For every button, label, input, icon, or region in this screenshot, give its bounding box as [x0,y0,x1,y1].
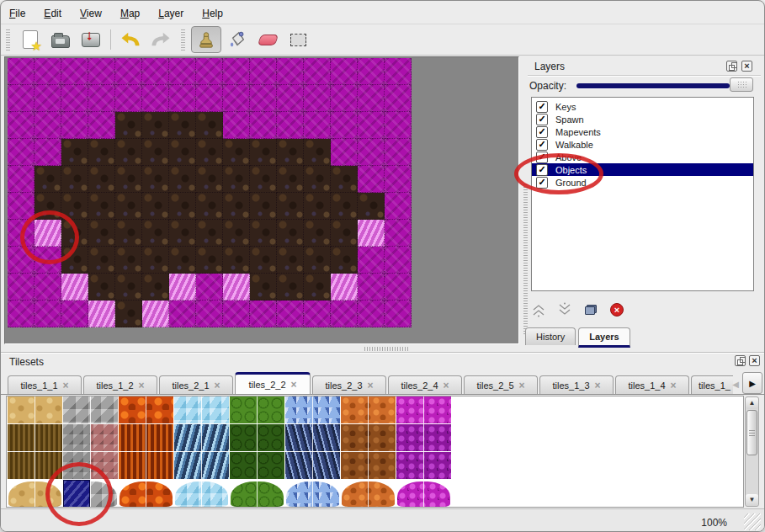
tileset-canopy-pair-web[interactable] [396,480,452,508]
map-tile-magenta-ground[interactable] [358,301,385,327]
tileset-tile-pair-purpleweb[interactable] [396,424,452,452]
tileset-tile-pair-lava[interactable] [119,396,174,424]
map-tile-magenta-ground[interactable] [385,112,412,139]
tileset-tab-tiles_1_4[interactable]: tiles_1_4× [615,375,689,395]
map-tile-dark-rock[interactable] [88,193,115,220]
map-tile-pink-rock[interactable] [142,301,169,327]
map-tile-dark-rock[interactable] [250,220,277,247]
tileset-grid[interactable] [8,396,452,508]
close-tab-icon[interactable]: × [215,380,220,391]
map-tile-dark-rock[interactable] [115,274,142,301]
menu-help[interactable]: Help [202,8,223,19]
opacity-slider-track[interactable] [576,83,730,88]
map-tile-dark-rock[interactable] [88,247,115,274]
map-tile-dark-rock[interactable] [169,193,196,220]
map-tile-pink-rock[interactable] [88,301,115,327]
tileset-canopy-pair-lava[interactable] [119,480,174,508]
float-panel-icon[interactable] [726,61,737,72]
map-tile-magenta-ground[interactable] [304,112,331,139]
map-tile-pink-rock[interactable] [223,274,250,301]
map-tile-dark-rock[interactable] [277,274,304,301]
map-tile-magenta-ground[interactable] [35,247,61,274]
layer-visibility-checkbox[interactable]: ✓ [536,152,548,163]
map-tile-magenta-ground[interactable] [8,193,35,220]
close-tab-icon[interactable]: × [63,380,69,391]
map-tile-pink-rock[interactable] [35,220,61,247]
layer-visibility-checkbox[interactable]: ✓ [536,139,548,151]
map-tile-dark-rock[interactable] [61,166,88,193]
scroll-tabs-left-icon[interactable]: ◀ [730,375,741,394]
map-tile-dark-rock[interactable] [61,247,88,274]
map-tile-dark-rock[interactable] [331,247,358,274]
map-tile-magenta-ground[interactable] [331,301,358,327]
map-tile-magenta-ground[interactable] [331,58,358,85]
map-tile-dark-rock[interactable] [196,247,223,274]
layer-row-spawn[interactable]: ✓Spawn [532,113,753,125]
tileset-tile-pair-rubble[interactable] [63,424,119,452]
map-tile-magenta-ground[interactable] [61,112,88,139]
tileset-tab-tiles_1_2[interactable]: tiles_1_2× [83,375,157,395]
map-tile-dark-rock[interactable] [115,139,142,166]
map-tile-dark-rock[interactable] [250,139,277,166]
map-tile-magenta-ground[interactable] [385,220,412,247]
map-tile-dark-rock[interactable] [35,193,61,220]
tileset-tile-pair-rock[interactable] [63,396,119,424]
map-tile-magenta-ground[interactable] [8,274,35,301]
close-tab-icon[interactable]: × [139,380,145,391]
close-tab-icon[interactable]: × [519,380,525,391]
map-tile-magenta-ground[interactable] [385,274,412,301]
map-tile-dark-rock[interactable] [196,139,223,166]
map-tile-magenta-ground[interactable] [331,139,358,166]
map-tile-magenta-ground[interactable] [8,220,35,247]
tileset-tab-tiles_2_4[interactable]: tiles_2_4× [388,375,462,395]
map-tile-dark-rock[interactable] [223,166,250,193]
map-tile-magenta-ground[interactable] [8,139,35,166]
tileset-tile-pair-fire[interactable] [119,424,174,452]
map-tile-dark-rock[interactable] [196,220,223,247]
tileset-tile-pair-purpleweb[interactable] [396,452,452,480]
map-tile-magenta-ground[interactable] [385,247,412,274]
map-tile-dark-rock[interactable] [358,193,385,220]
close-panel-icon[interactable]: × [741,61,752,72]
close-tab-icon[interactable]: × [595,380,601,391]
map-tile-dark-rock[interactable] [223,139,250,166]
close-panel-icon[interactable]: × [749,355,760,366]
map-tile-magenta-ground[interactable] [331,85,358,112]
close-tab-icon[interactable]: × [368,380,374,391]
map-tile-magenta-ground[interactable] [277,58,304,85]
map-tile-dark-rock[interactable] [304,139,331,166]
map-tile-magenta-ground[interactable] [115,85,142,112]
map-tile-dark-rock[interactable] [223,220,250,247]
menu-edit[interactable]: Edit [44,8,61,19]
map-tile-magenta-ground[interactable] [385,85,412,112]
scrollbar-thumb[interactable] [746,410,757,455]
map-tile-pink-rock[interactable] [61,274,88,301]
map-tile-magenta-ground[interactable] [223,58,250,85]
map-tile-magenta-ground[interactable] [61,58,88,85]
tileset-tile-pair-bark[interactable] [8,424,63,452]
layer-row-keys[interactable]: ✓Keys [532,100,753,113]
map-tile-dark-rock[interactable] [142,193,169,220]
map-tile-dark-rock[interactable] [277,220,304,247]
lower-layer-button[interactable] [555,301,574,319]
map-tile-dark-rock[interactable] [88,220,115,247]
map-tile-magenta-ground[interactable] [61,301,88,327]
map-tile-magenta-ground[interactable] [8,247,35,274]
layer-row-objects[interactable]: ✓Objects [532,163,753,176]
map-tile-dark-rock[interactable] [304,274,331,301]
tileset-tile-pair-fire[interactable] [119,452,174,480]
map-tile-magenta-ground[interactable] [196,274,223,301]
map-tile-magenta-ground[interactable] [304,85,331,112]
map-tile-dark-rock[interactable] [250,274,277,301]
map-tile-dark-rock[interactable] [169,220,196,247]
tileset-tile-pair-shard[interactable] [174,424,230,452]
map-tile-dark-rock[interactable] [250,247,277,274]
map-tile-dark-rock[interactable] [196,193,223,220]
tileset-tab-tiles_2_1[interactable]: tiles_2_1× [159,375,233,395]
tileset-tile-pair-crystal[interactable] [285,396,341,424]
tileset-tile-pair-darkcrystal[interactable] [285,452,341,480]
tileset-canopy-pair-crystal[interactable] [285,480,341,508]
map-tile-magenta-ground[interactable] [35,112,61,139]
map-tile-magenta-ground[interactable] [88,85,115,112]
map-tile-dark-rock[interactable] [331,166,358,193]
